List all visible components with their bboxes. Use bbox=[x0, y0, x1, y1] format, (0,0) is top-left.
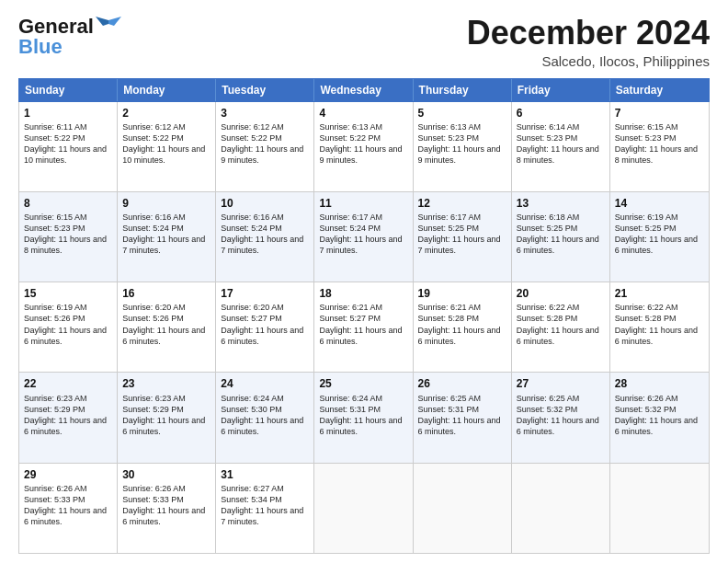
day-number: 30 bbox=[122, 467, 210, 482]
cell-info: Sunrise: 6:12 AMSunset: 5:22 PMDaylight:… bbox=[221, 121, 309, 167]
calendar-cell: 3Sunrise: 6:12 AMSunset: 5:22 PMDaylight… bbox=[216, 102, 314, 191]
day-number: 25 bbox=[319, 376, 407, 391]
calendar-cell: 12Sunrise: 6:17 AMSunset: 5:25 PMDayligh… bbox=[414, 192, 512, 282]
logo-text-blue: Blue bbox=[18, 35, 63, 59]
day-number: 18 bbox=[319, 286, 407, 301]
calendar-cell: 14Sunrise: 6:19 AMSunset: 5:25 PMDayligh… bbox=[610, 192, 709, 282]
cell-info: Sunrise: 6:15 AMSunset: 5:23 PMDaylight:… bbox=[24, 212, 112, 257]
title-month: December 2024 bbox=[467, 15, 710, 52]
calendar-header: SundayMondayTuesdayWednesdayThursdayFrid… bbox=[18, 78, 710, 102]
calendar-cell: 10Sunrise: 6:16 AMSunset: 5:24 PMDayligh… bbox=[216, 192, 314, 282]
calendar-header-cell: Tuesday bbox=[216, 79, 314, 101]
calendar-cell: 7Sunrise: 6:15 AMSunset: 5:23 PMDaylight… bbox=[610, 102, 709, 191]
day-number: 15 bbox=[24, 286, 112, 301]
calendar-cell: 31Sunrise: 6:27 AMSunset: 5:34 PMDayligh… bbox=[216, 464, 314, 553]
calendar-cell: 18Sunrise: 6:21 AMSunset: 5:27 PMDayligh… bbox=[314, 282, 413, 372]
day-number: 11 bbox=[319, 196, 407, 211]
calendar-cell: 25Sunrise: 6:24 AMSunset: 5:31 PMDayligh… bbox=[314, 373, 413, 462]
cell-info: Sunrise: 6:15 AMSunset: 5:23 PMDaylight:… bbox=[615, 121, 704, 167]
cell-info: Sunrise: 6:18 AMSunset: 5:25 PMDaylight:… bbox=[517, 212, 605, 257]
cell-info: Sunrise: 6:11 AMSunset: 5:22 PMDaylight:… bbox=[24, 121, 112, 167]
title-block: December 2024 Salcedo, Ilocos, Philippin… bbox=[467, 15, 710, 69]
calendar-cell: 27Sunrise: 6:25 AMSunset: 5:32 PMDayligh… bbox=[512, 373, 610, 462]
calendar-cell: 19Sunrise: 6:21 AMSunset: 5:28 PMDayligh… bbox=[414, 282, 512, 372]
cell-info: Sunrise: 6:24 AMSunset: 5:30 PMDaylight:… bbox=[221, 393, 309, 438]
cell-info: Sunrise: 6:19 AMSunset: 5:25 PMDaylight:… bbox=[615, 212, 704, 257]
day-number: 10 bbox=[221, 196, 309, 211]
calendar-cell: 17Sunrise: 6:20 AMSunset: 5:27 PMDayligh… bbox=[216, 282, 314, 372]
day-number: 13 bbox=[517, 196, 605, 211]
calendar-cell: 24Sunrise: 6:24 AMSunset: 5:30 PMDayligh… bbox=[216, 373, 314, 462]
title-location: Salcedo, Ilocos, Philippines bbox=[467, 53, 710, 69]
day-number: 1 bbox=[24, 106, 112, 121]
calendar-cell bbox=[512, 464, 610, 553]
day-number: 7 bbox=[615, 106, 704, 121]
cell-info: Sunrise: 6:17 AMSunset: 5:25 PMDaylight:… bbox=[418, 212, 506, 257]
calendar-row: 1Sunrise: 6:11 AMSunset: 5:22 PMDaylight… bbox=[19, 102, 709, 192]
cell-info: Sunrise: 6:13 AMSunset: 5:22 PMDaylight:… bbox=[319, 121, 407, 167]
cell-info: Sunrise: 6:23 AMSunset: 5:29 PMDaylight:… bbox=[122, 393, 210, 438]
logo: General Blue bbox=[18, 15, 121, 59]
calendar-cell: 9Sunrise: 6:16 AMSunset: 5:24 PMDaylight… bbox=[118, 192, 216, 282]
cell-info: Sunrise: 6:25 AMSunset: 5:31 PMDaylight:… bbox=[418, 393, 506, 438]
calendar-cell bbox=[414, 464, 512, 553]
day-number: 29 bbox=[24, 467, 112, 482]
calendar-header-cell: Saturday bbox=[610, 79, 709, 101]
cell-info: Sunrise: 6:21 AMSunset: 5:27 PMDaylight:… bbox=[319, 302, 407, 347]
cell-info: Sunrise: 6:26 AMSunset: 5:33 PMDaylight:… bbox=[24, 483, 112, 528]
day-number: 28 bbox=[615, 376, 704, 391]
day-number: 17 bbox=[221, 286, 309, 301]
cell-info: Sunrise: 6:17 AMSunset: 5:24 PMDaylight:… bbox=[319, 212, 407, 257]
calendar-header-cell: Thursday bbox=[414, 79, 512, 101]
calendar-cell: 6Sunrise: 6:14 AMSunset: 5:23 PMDaylight… bbox=[512, 102, 610, 191]
calendar-cell: 13Sunrise: 6:18 AMSunset: 5:25 PMDayligh… bbox=[512, 192, 610, 282]
calendar-cell: 23Sunrise: 6:23 AMSunset: 5:29 PMDayligh… bbox=[118, 373, 216, 462]
day-number: 9 bbox=[122, 196, 210, 211]
cell-info: Sunrise: 6:14 AMSunset: 5:23 PMDaylight:… bbox=[517, 121, 605, 167]
calendar-row: 29Sunrise: 6:26 AMSunset: 5:33 PMDayligh… bbox=[19, 464, 709, 553]
calendar-body: 1Sunrise: 6:11 AMSunset: 5:22 PMDaylight… bbox=[18, 102, 710, 554]
calendar-cell: 1Sunrise: 6:11 AMSunset: 5:22 PMDaylight… bbox=[19, 102, 118, 191]
cell-info: Sunrise: 6:12 AMSunset: 5:22 PMDaylight:… bbox=[122, 121, 210, 167]
cell-info: Sunrise: 6:13 AMSunset: 5:23 PMDaylight:… bbox=[418, 121, 506, 167]
calendar-cell: 8Sunrise: 6:15 AMSunset: 5:23 PMDaylight… bbox=[19, 192, 118, 282]
day-number: 4 bbox=[319, 106, 407, 121]
cell-info: Sunrise: 6:22 AMSunset: 5:28 PMDaylight:… bbox=[615, 302, 704, 347]
cell-info: Sunrise: 6:23 AMSunset: 5:29 PMDaylight:… bbox=[24, 393, 112, 438]
day-number: 6 bbox=[517, 106, 605, 121]
calendar-cell: 2Sunrise: 6:12 AMSunset: 5:22 PMDaylight… bbox=[118, 102, 216, 191]
cell-info: Sunrise: 6:26 AMSunset: 5:33 PMDaylight:… bbox=[122, 483, 210, 528]
day-number: 24 bbox=[221, 376, 309, 391]
cell-info: Sunrise: 6:22 AMSunset: 5:28 PMDaylight:… bbox=[517, 302, 605, 347]
calendar-cell: 29Sunrise: 6:26 AMSunset: 5:33 PMDayligh… bbox=[19, 464, 118, 553]
calendar-header-cell: Monday bbox=[118, 79, 216, 101]
calendar-cell: 22Sunrise: 6:23 AMSunset: 5:29 PMDayligh… bbox=[19, 373, 118, 462]
calendar-cell: 26Sunrise: 6:25 AMSunset: 5:31 PMDayligh… bbox=[414, 373, 512, 462]
day-number: 14 bbox=[615, 196, 704, 211]
calendar-row: 15Sunrise: 6:19 AMSunset: 5:26 PMDayligh… bbox=[19, 282, 709, 373]
day-number: 8 bbox=[24, 196, 112, 211]
cell-info: Sunrise: 6:20 AMSunset: 5:27 PMDaylight:… bbox=[221, 302, 309, 347]
day-number: 26 bbox=[418, 376, 506, 391]
day-number: 22 bbox=[24, 376, 112, 391]
calendar-cell: 21Sunrise: 6:22 AMSunset: 5:28 PMDayligh… bbox=[610, 282, 709, 372]
calendar-cell: 4Sunrise: 6:13 AMSunset: 5:22 PMDaylight… bbox=[314, 102, 413, 191]
calendar-header-cell: Sunday bbox=[19, 79, 118, 101]
day-number: 20 bbox=[517, 286, 605, 301]
calendar-cell: 16Sunrise: 6:20 AMSunset: 5:26 PMDayligh… bbox=[118, 282, 216, 372]
calendar-cell: 5Sunrise: 6:13 AMSunset: 5:23 PMDaylight… bbox=[414, 102, 512, 191]
day-number: 5 bbox=[418, 106, 506, 121]
cell-info: Sunrise: 6:27 AMSunset: 5:34 PMDaylight:… bbox=[221, 483, 309, 528]
svg-marker-1 bbox=[96, 17, 108, 26]
day-number: 12 bbox=[418, 196, 506, 211]
calendar-cell: 11Sunrise: 6:17 AMSunset: 5:24 PMDayligh… bbox=[314, 192, 413, 282]
day-number: 23 bbox=[122, 376, 210, 391]
page: General Blue December 2024 Salcedo, Iloc… bbox=[0, 0, 728, 563]
day-number: 3 bbox=[221, 106, 309, 121]
cell-info: Sunrise: 6:16 AMSunset: 5:24 PMDaylight:… bbox=[221, 212, 309, 257]
calendar-cell bbox=[610, 464, 709, 553]
cell-info: Sunrise: 6:19 AMSunset: 5:26 PMDaylight:… bbox=[24, 302, 112, 347]
day-number: 27 bbox=[517, 376, 605, 391]
cell-info: Sunrise: 6:21 AMSunset: 5:28 PMDaylight:… bbox=[418, 302, 506, 347]
header: General Blue December 2024 Salcedo, Iloc… bbox=[18, 15, 710, 69]
